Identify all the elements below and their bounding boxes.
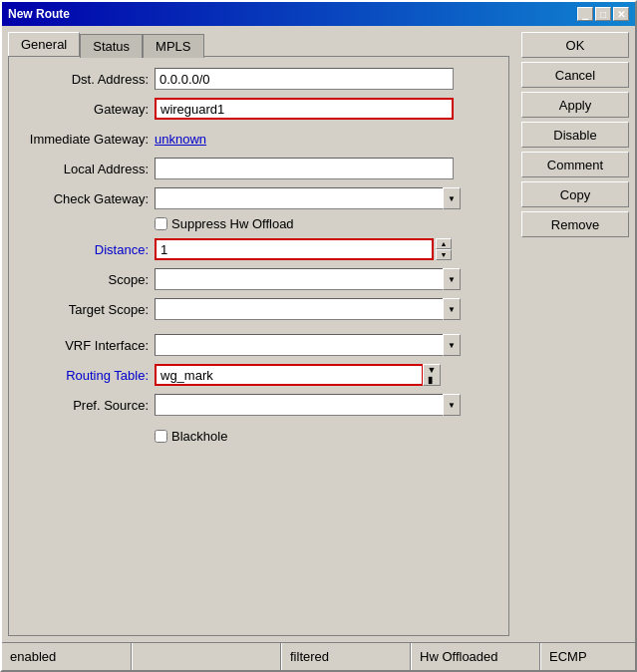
vrf-interface-dropdown-wrapper: ▼ [155, 334, 461, 356]
routing-table-input[interactable] [155, 364, 424, 386]
vrf-interface-arrow[interactable]: ▼ [443, 334, 461, 356]
apply-button[interactable]: Apply [521, 92, 629, 118]
dst-address-row: Dst. Address: [19, 67, 498, 91]
check-gateway-input[interactable] [155, 187, 444, 209]
tab-status[interactable]: Status [80, 34, 143, 58]
gateway-label: Gateway: [19, 102, 149, 117]
pref-source-arrow[interactable]: ▼ [443, 394, 461, 416]
suppress-hw-offload-row: Suppress Hw Offload [155, 216, 498, 231]
check-gateway-label: Check Gateway: [19, 191, 149, 206]
target-scope-dropdown-wrapper: ▼ [155, 298, 461, 320]
immediate-gateway-row: Immediate Gateway: unknown [19, 127, 498, 151]
status-ecmp: ECMP [540, 643, 637, 670]
target-scope-row: Target Scope: ▼ [19, 297, 498, 321]
tab-bar: General Status MPLS [8, 32, 509, 56]
status-hw-offloaded: Hw Offloaded [411, 643, 540, 670]
scope-label: Scope: [19, 272, 149, 287]
distance-wrapper: ▲ ▼ [155, 238, 452, 260]
tab-general[interactable]: General [8, 32, 80, 56]
window-title: New Route [8, 7, 70, 21]
blackhole-label: Blackhole [171, 429, 227, 444]
distance-up-arrow[interactable]: ▲ [436, 238, 452, 249]
local-address-label: Local Address: [19, 162, 149, 176]
local-address-row: Local Address: [19, 157, 498, 180]
check-gateway-row: Check Gateway: ▼ [19, 186, 498, 210]
routing-table-label: Routing Table: [19, 368, 149, 383]
remove-button[interactable]: Remove [521, 211, 629, 237]
check-gateway-arrow[interactable]: ▼ [443, 187, 461, 209]
vrf-interface-input[interactable] [155, 334, 444, 356]
status-filtered: filtered [281, 643, 411, 670]
target-scope-arrow[interactable]: ▼ [443, 298, 461, 320]
distance-input[interactable] [155, 238, 434, 260]
dst-address-label: Dst. Address: [19, 72, 149, 87]
suppress-hw-offload-label: Suppress Hw Offload [171, 216, 294, 231]
gateway-row: Gateway: [19, 97, 498, 121]
suppress-hw-offload-checkbox[interactable] [155, 217, 167, 230]
distance-spinners: ▲ ▼ [436, 238, 452, 260]
status-enabled: enabled [2, 643, 132, 670]
cancel-button[interactable]: Cancel [521, 62, 629, 88]
blackhole-checkbox[interactable] [155, 430, 167, 443]
vrf-interface-label: VRF Interface: [19, 338, 149, 353]
vrf-interface-row: VRF Interface: ▼ [19, 333, 498, 357]
main-content: General Status MPLS Dst. Address: G [2, 26, 515, 642]
target-scope-label: Target Scope: [19, 302, 149, 317]
pref-source-dropdown-wrapper: ▼ [155, 394, 461, 416]
title-bar-buttons: ⎯ □ ✕ [577, 7, 629, 21]
immediate-gateway-label: Immediate Gateway: [19, 132, 149, 147]
minimize-button[interactable]: ⎯ [577, 7, 593, 21]
close-button[interactable]: ✕ [613, 7, 629, 21]
immediate-gateway-link[interactable]: unknown [155, 132, 206, 147]
form-area: Dst. Address: Gateway: Immediate Gateway… [8, 56, 509, 636]
ok-button[interactable]: OK [521, 32, 629, 58]
comment-button[interactable]: Comment [521, 152, 629, 177]
check-gateway-dropdown-wrapper: ▼ [155, 187, 461, 209]
routing-table-row: Routing Table: ▼▮ [19, 363, 498, 387]
pref-source-input[interactable] [155, 394, 444, 416]
distance-label: Distance: [19, 242, 149, 257]
sidebar: OK Cancel Apply Disable Comment Copy Rem… [515, 26, 635, 642]
scope-input[interactable] [155, 268, 444, 290]
distance-row: Distance: ▲ ▼ [19, 237, 498, 261]
local-address-input[interactable] [155, 158, 454, 179]
status-bar: enabled filtered Hw Offloaded ECMP [2, 642, 635, 670]
routing-table-arrow-icon: ▼▮ [428, 365, 437, 385]
title-bar: New Route ⎯ □ ✕ [2, 2, 635, 26]
routing-table-dropdown-wrapper: ▼▮ [155, 364, 441, 386]
routing-table-arrow[interactable]: ▼▮ [423, 364, 441, 386]
distance-down-arrow[interactable]: ▼ [436, 249, 452, 260]
dst-address-input[interactable] [155, 68, 454, 90]
window-body: General Status MPLS Dst. Address: G [2, 26, 635, 642]
status-empty [132, 643, 281, 670]
target-scope-input[interactable] [155, 298, 444, 320]
scope-row: Scope: ▼ [19, 267, 498, 291]
scope-arrow[interactable]: ▼ [443, 268, 461, 290]
scope-dropdown-wrapper: ▼ [155, 268, 461, 290]
pref-source-label: Pref. Source: [19, 398, 149, 413]
maximize-button[interactable]: □ [595, 7, 611, 21]
disable-button[interactable]: Disable [521, 122, 629, 148]
blackhole-row: Blackhole [155, 429, 498, 444]
gateway-input[interactable] [155, 98, 454, 120]
copy-button[interactable]: Copy [521, 181, 629, 207]
pref-source-row: Pref. Source: ▼ [19, 393, 498, 417]
main-window: New Route ⎯ □ ✕ General Status MPLS [0, 0, 637, 672]
tab-mpls[interactable]: MPLS [143, 34, 203, 58]
